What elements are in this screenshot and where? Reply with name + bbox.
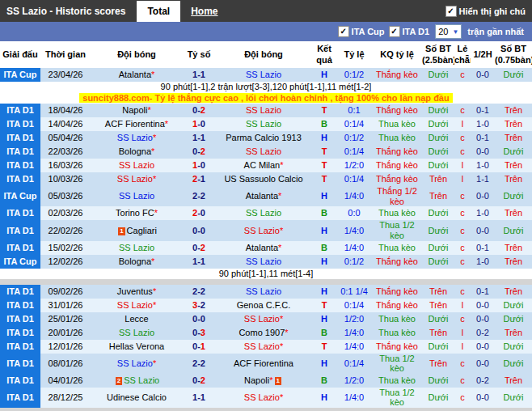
handicap-result: Thua kèo — [372, 117, 422, 131]
half-time-score: 0-1 — [471, 131, 495, 145]
favorite-star: * — [153, 358, 156, 368]
away-team: SS Lazio — [215, 104, 312, 117]
half-time-score: 0-0 — [471, 186, 495, 206]
away-team: SS Lazio* — [215, 220, 312, 240]
handicap-odds: 0:1 — [336, 104, 372, 117]
half-time-score: 0-0 — [471, 354, 495, 374]
handicap-result: Thua kèo — [372, 326, 422, 340]
league-badge: ITA D1 — [0, 312, 40, 326]
match-count-select[interactable]: 20 ▼ — [435, 24, 462, 39]
column-header: Đội bóng — [215, 41, 312, 68]
show-notes-checkbox[interactable]: ✓ — [445, 6, 457, 17]
match-row: ITA D109/02/26Juventus*2-2SS LazioH0:1 1… — [0, 285, 532, 299]
result-letter: B — [312, 241, 336, 255]
result-letter: H — [312, 68, 336, 82]
match-row: ITA Cup05/03/26SS Lazio2-2Atalanta*H1/4:… — [0, 186, 532, 206]
result-letter: H — [312, 354, 336, 374]
over-under-2-5: Dưới — [422, 145, 454, 159]
score: 2-0 — [183, 206, 215, 220]
handicap-result: Thắng kèo — [372, 299, 422, 312]
half-time-score: 0-0 — [471, 299, 495, 312]
handicap-odds: 0:1/4 — [336, 354, 372, 374]
over-under-0-75: Dưới — [495, 68, 532, 82]
column-header: 1/2H — [471, 41, 495, 68]
match-date: 12/01/26 — [40, 340, 91, 354]
over-under-0-75: Trên — [495, 159, 532, 172]
score: 0-2 — [183, 241, 215, 255]
half-time-score: 0-0 — [471, 388, 495, 408]
over-under-2-5: Dưới — [422, 159, 454, 172]
handicap-odds: 0:1/4 — [336, 299, 372, 312]
odd-even: c — [454, 374, 471, 388]
over-under-2-5: Dưới — [422, 206, 454, 220]
red-card-icon: 1 — [275, 377, 281, 385]
match-row: ITA D105/04/26SS Lazio*1-1Parma Calcio 1… — [0, 131, 532, 145]
home-team: SS Lazio* — [91, 172, 183, 186]
handicap-odds: 1/4:0 — [336, 186, 372, 206]
favorite-star: * — [147, 105, 150, 115]
away-team: SS Lazio* — [215, 340, 312, 354]
ita-d1-checkbox[interactable]: ✓ — [389, 26, 400, 37]
score: 1-0 — [183, 159, 215, 172]
column-header: KQ tỷ lệ — [372, 41, 422, 68]
over-under-0-75: Dưới — [495, 299, 532, 312]
ita-cup-checkbox[interactable]: ✓ — [338, 26, 349, 37]
historic-scores-window: SS Lazio - Historic scores Total Home ✓ … — [0, 0, 532, 411]
match-note: 90 phút[1-1],11 mét[1-4] — [0, 269, 532, 279]
home-team: Bologna* — [91, 255, 183, 269]
match-date: 20/01/26 — [40, 326, 91, 340]
match-row: ITA D122/02/261Cagliari0-0SS Lazio*H1/4:… — [0, 220, 532, 240]
tab-home[interactable]: Home — [180, 1, 228, 22]
match-row: ITA D102/03/26Torino FC*2-0SS LazioB0:0T… — [0, 206, 532, 220]
league-badge: ITA D1 — [0, 131, 40, 145]
handicap-result: Thắng kèo — [372, 285, 422, 299]
table-header-row: Giải đấu Thời gian Đội bóng Tỷ số Đội bó… — [0, 41, 532, 68]
over-under-2-5: Trên — [422, 299, 454, 312]
half-time-score: 1-0 — [471, 206, 495, 220]
check-icon: ✓ — [340, 27, 346, 36]
home-team: Atalanta* — [91, 68, 183, 82]
handicap-result: Thắng 1/2 kèo — [372, 186, 422, 206]
half-time-score: 0-0 — [471, 312, 495, 326]
match-row: ITA Cup12/02/26Bologna*1-1SS LazioH0:1/2… — [0, 255, 532, 269]
handicap-odds: 0:1/2 — [336, 68, 372, 82]
handicap-result: Thua kèo — [372, 206, 422, 220]
away-team: AC Milan* — [215, 159, 312, 172]
home-team: 1Cagliari — [91, 220, 183, 240]
over-under-0-75: Dưới — [495, 354, 532, 374]
handicap-odds: 1/4:0 — [336, 326, 372, 340]
match-table-body: ITA Cup23/04/26Atalanta*1-1SS LazioH0:1/… — [0, 68, 532, 408]
result-letter: H — [312, 220, 336, 240]
tab-total[interactable]: Total — [137, 1, 180, 22]
half-time-score: 1-0 — [471, 117, 495, 131]
match-date: 05/03/26 — [40, 186, 91, 206]
match-date: 12/02/26 — [40, 255, 91, 269]
handicap-result: Thắng kèo — [372, 68, 422, 82]
match-date: 05/04/26 — [40, 131, 91, 145]
show-notes-label: Hiển thị ghi chú — [459, 6, 526, 16]
away-team: Napoli*1 — [215, 374, 312, 388]
home-team: SS Lazio — [91, 241, 183, 255]
away-team: Como 1907* — [215, 326, 312, 340]
match-date: 14/04/26 — [40, 117, 91, 131]
over-under-2-5: Dưới — [422, 374, 454, 388]
favorite-star: * — [153, 133, 156, 142]
over-under-0-75: Dưới — [495, 186, 532, 206]
over-under-2-5: Dưới — [422, 68, 454, 82]
home-team: Lecce — [91, 312, 183, 326]
score: 1-1 — [183, 131, 215, 145]
result-letter: B — [312, 117, 336, 131]
home-team: Napoli* — [91, 104, 183, 117]
red-card-icon: 1 — [118, 227, 125, 235]
favorite-star: * — [154, 208, 158, 218]
favorite-star: * — [151, 256, 154, 266]
ad-banner-cell[interactable]: suncity888.com- Tỷ lệ thắng cực cao , lố… — [0, 92, 532, 104]
odd-even: c — [454, 220, 471, 240]
match-date: 15/02/26 — [40, 241, 91, 255]
over-under-0-75: Trên — [495, 285, 532, 299]
away-team: ACF Fiorentina — [215, 354, 312, 374]
odd-even: c — [454, 145, 471, 159]
half-time-score: 0-1 — [471, 285, 495, 299]
match-date: 04/01/26 — [40, 374, 91, 388]
ad-banner-text[interactable]: suncity888.com- Tỷ lệ thắng cực cao , lố… — [79, 93, 452, 103]
